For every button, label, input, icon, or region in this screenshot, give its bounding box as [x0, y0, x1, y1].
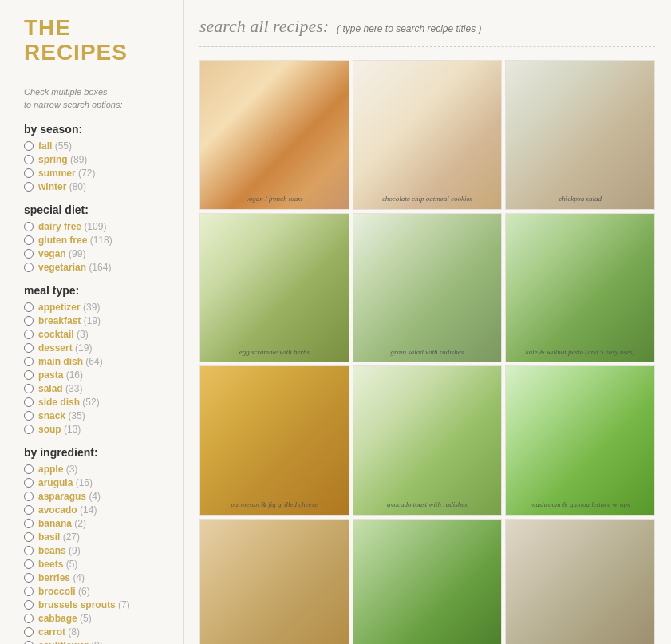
radio-season-spring[interactable]	[24, 155, 34, 164]
filter-item-mealtype-snack[interactable]: snack (35)	[24, 410, 168, 421]
radio-mealtype-salad[interactable]	[24, 384, 34, 393]
sidebar-divider	[24, 77, 168, 77]
radio-mealtype-cocktail[interactable]	[24, 330, 34, 339]
filter-label: breakfast (19)	[38, 315, 101, 326]
radio-ingredient-arugula[interactable]	[24, 478, 34, 488]
search-header: search all recipes:	[199, 16, 655, 47]
radio-diet-gluten-free[interactable]	[24, 235, 34, 245]
filter-label: main dish (64)	[38, 356, 103, 367]
filter-item-season-summer[interactable]: summer (72)	[24, 168, 168, 179]
radio-diet-vegetarian[interactable]	[24, 263, 34, 272]
recipe-card-9[interactable]: mushroom & quinoa lettuce wraps	[505, 365, 655, 516]
radio-ingredient-asparagus[interactable]	[24, 492, 34, 501]
recipe-food-image: egg scramble with herbs	[200, 214, 349, 362]
filter-item-season-fall[interactable]: fall (55)	[24, 140, 168, 152]
filter-item-mealtype-salad[interactable]: salad (33)	[24, 383, 168, 394]
radio-mealtype-dessert[interactable]	[24, 343, 34, 353]
filter-item-mealtype-soup[interactable]: soup (13)	[24, 424, 168, 435]
filter-label: dessert (19)	[38, 342, 92, 354]
filter-item-mealtype-main-dish[interactable]: main dish (64)	[24, 356, 168, 367]
radio-ingredient-beets[interactable]	[24, 559, 34, 569]
recipe-card-4[interactable]: egg scramble with herbs	[199, 213, 349, 363]
recipe-card-6[interactable]: kale & walnut pesto (and 5 easy uses)	[505, 213, 655, 363]
recipe-card-3[interactable]: chickpea salad	[505, 60, 655, 210]
filter-section-season: by season:fall (55)spring (89)summer (72…	[24, 123, 168, 192]
radio-mealtype-side-dish[interactable]	[24, 397, 34, 407]
recipe-food-image: chickpea salad	[506, 61, 654, 209]
radio-ingredient-beans[interactable]	[24, 546, 34, 555]
filter-item-ingredient-basil[interactable]: basil (27)	[24, 531, 168, 543]
filter-item-ingredient-asparagus[interactable]: asparagus (4)	[24, 491, 168, 502]
radio-ingredient-apple[interactable]	[24, 464, 34, 474]
radio-diet-dairy-free[interactable]	[24, 222, 34, 231]
filter-item-ingredient-brussels-sprouts[interactable]: brussels sprouts (7)	[24, 599, 168, 610]
filter-item-ingredient-apple[interactable]: apple (3)	[24, 464, 168, 475]
radio-ingredient-carrot[interactable]	[24, 627, 34, 637]
filter-item-ingredient-cauliflower[interactable]: cauliflower (9)	[24, 640, 168, 644]
radio-ingredient-brussels-sprouts[interactable]	[24, 600, 34, 610]
filter-item-diet-vegetarian[interactable]: vegetarian (164)	[24, 262, 168, 273]
filter-label: carrot (8)	[38, 626, 80, 638]
recipe-food-image: avocado toast with radishes	[353, 366, 502, 515]
recipe-card-label: mushroom & quinoa lettuce wraps	[506, 500, 654, 510]
filter-item-diet-vegan[interactable]: vegan (99)	[24, 248, 168, 259]
recipe-card-2[interactable]: chocolate chip oatmeal cookies	[353, 60, 503, 210]
filter-item-diet-gluten-free[interactable]: gluten free (118)	[24, 235, 168, 246]
recipe-food-image: vegan / french toast	[200, 61, 349, 209]
radio-diet-vegan[interactable]	[24, 249, 34, 259]
radio-ingredient-broccoli[interactable]	[24, 587, 34, 596]
recipe-card-7[interactable]: parmesan & fig grilled cheese	[199, 365, 349, 516]
radio-mealtype-appetizer[interactable]	[24, 302, 34, 312]
filter-item-mealtype-pasta[interactable]: pasta (16)	[24, 369, 168, 381]
filter-label: gluten free (118)	[38, 235, 112, 246]
filter-item-ingredient-broccoli[interactable]: broccoli (6)	[24, 586, 168, 597]
radio-season-winter[interactable]	[24, 182, 34, 192]
filter-item-season-spring[interactable]: spring (89)	[24, 154, 168, 165]
filter-item-mealtype-dessert[interactable]: dessert (19)	[24, 342, 168, 354]
filter-label: cocktail (3)	[38, 329, 89, 340]
filter-label: apple (3)	[38, 464, 77, 475]
filter-item-ingredient-banana[interactable]: banana (2)	[24, 518, 168, 529]
radio-ingredient-avocado[interactable]	[24, 505, 34, 515]
filter-item-mealtype-cocktail[interactable]: cocktail (3)	[24, 329, 168, 340]
recipe-card-8[interactable]: avocado toast with radishes	[353, 365, 503, 516]
recipe-card-label: vegan / french toast	[200, 195, 349, 204]
filter-item-diet-dairy-free[interactable]: dairy free (109)	[24, 221, 168, 232]
filter-item-ingredient-beans[interactable]: beans (9)	[24, 545, 168, 556]
radio-mealtype-pasta[interactable]	[24, 370, 34, 380]
filter-label: arugula (16)	[38, 477, 93, 488]
filter-label: brussels sprouts (7)	[38, 599, 130, 610]
filter-label: side dish (52)	[38, 397, 100, 408]
search-input[interactable]	[337, 23, 655, 34]
filter-item-ingredient-beets[interactable]: beets (5)	[24, 559, 168, 570]
radio-ingredient-basil[interactable]	[24, 532, 34, 542]
recipe-card-5[interactable]: grain salad with radishes	[353, 213, 503, 363]
radio-mealtype-breakfast[interactable]	[24, 316, 34, 326]
filter-item-ingredient-avocado[interactable]: avocado (14)	[24, 504, 168, 516]
radio-mealtype-main-dish[interactable]	[24, 357, 34, 366]
recipe-card-12[interactable]: egg skillet	[505, 519, 655, 644]
radio-ingredient-cauliflower[interactable]	[24, 641, 34, 644]
recipe-card-1[interactable]: vegan / french toast	[199, 60, 349, 210]
radio-ingredient-banana[interactable]	[24, 519, 34, 528]
filter-item-mealtype-side-dish[interactable]: side dish (52)	[24, 397, 168, 408]
radio-ingredient-cabbage[interactable]	[24, 614, 34, 623]
filter-section-diet: special diet:dairy free (109)gluten free…	[24, 203, 168, 273]
filter-item-ingredient-arugula[interactable]: arugula (16)	[24, 477, 168, 488]
filter-item-season-winter[interactable]: winter (80)	[24, 181, 168, 192]
filter-item-ingredient-carrot[interactable]: carrot (8)	[24, 626, 168, 638]
recipe-card-label: parmesan & fig grilled cheese	[200, 500, 349, 510]
radio-mealtype-soup[interactable]	[24, 425, 34, 434]
radio-season-summer[interactable]	[24, 168, 34, 178]
filter-item-ingredient-cabbage[interactable]: cabbage (5)	[24, 613, 168, 624]
filter-item-mealtype-breakfast[interactable]: breakfast (19)	[24, 315, 168, 326]
sidebar-title: THE RECIPES	[24, 16, 168, 65]
filter-item-ingredient-berries[interactable]: berries (4)	[24, 572, 168, 583]
radio-mealtype-snack[interactable]	[24, 411, 34, 421]
radio-season-fall[interactable]	[24, 141, 34, 151]
filter-item-mealtype-appetizer[interactable]: appetizer (39)	[24, 302, 168, 313]
recipe-card-10[interactable]: vanilla french toast	[199, 519, 349, 644]
radio-ingredient-berries[interactable]	[24, 573, 34, 583]
recipe-food-image: grain salad with radishes	[353, 214, 502, 362]
recipe-card-11[interactable]: kale bake	[353, 519, 503, 644]
